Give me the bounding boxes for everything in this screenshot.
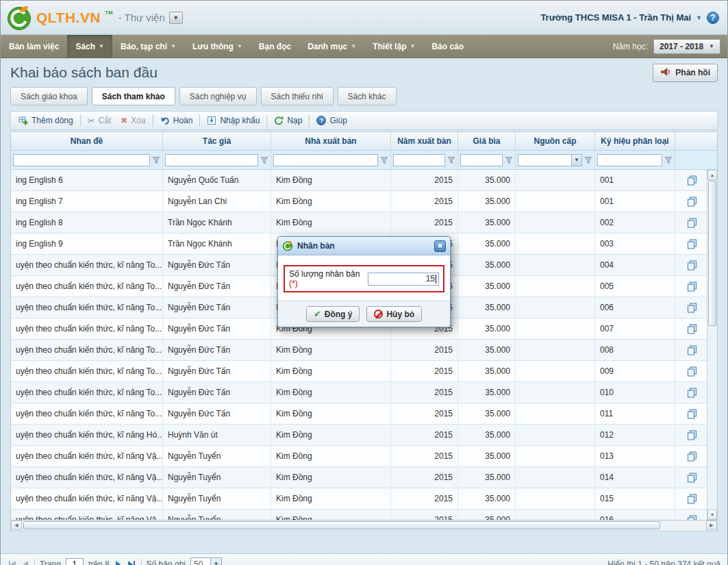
chevron-down-icon[interactable]: ▼ — [696, 14, 702, 21]
filter-input[interactable] — [597, 154, 662, 166]
tab-sach-nghiep-vu[interactable]: Sách nghiệp vụ — [179, 87, 257, 105]
filter-input[interactable] — [165, 154, 258, 166]
duplicate-icon[interactable] — [687, 366, 697, 377]
duplicate-icon[interactable] — [687, 430, 697, 440]
tab-sach-thieu-nhi[interactable]: Sách thiếu nhi — [261, 87, 334, 105]
menu-item-ban-oc[interactable]: Bạn đọc — [251, 35, 299, 58]
menu-item-bao-cao[interactable]: Báo cáo — [423, 35, 472, 58]
menu-item-luu-thong[interactable]: Lưu thông▼ — [184, 35, 251, 58]
page-input[interactable] — [66, 558, 84, 565]
last-page-button[interactable] — [127, 560, 136, 565]
duplicate-icon[interactable] — [687, 473, 697, 483]
duplicate-icon[interactable] — [687, 515, 697, 520]
toolbar-button-cat[interactable]: ✂Cắt — [83, 113, 116, 128]
duplicate-icon[interactable] — [687, 239, 697, 249]
duplicate-icon[interactable] — [687, 451, 697, 462]
duplicate-icon[interactable] — [687, 409, 697, 419]
table-row[interactable]: uyện theo chuẩn kiến thức, kĩ năng Vậ...… — [11, 467, 708, 488]
module-switcher-dropdown[interactable]: ▼ — [169, 12, 183, 24]
column-header-gia-bia[interactable]: Giá bìa — [458, 132, 516, 150]
scroll-left-icon[interactable]: ◀ — [11, 520, 22, 530]
records-per-page-select[interactable]: 50 ▼ — [190, 557, 222, 565]
chevron-down-icon: ▼ — [709, 43, 714, 49]
menu-item-sach[interactable]: Sách▼ — [67, 35, 112, 58]
tab-sach-giao-khoa[interactable]: Sách giáo khoa — [10, 87, 88, 105]
toolbar-button-xoa[interactable]: ✖Xóa — [116, 113, 150, 128]
tab-sach-khac[interactable]: Sách khác — [338, 87, 397, 105]
cancel-button[interactable]: Hủy bỏ — [366, 306, 422, 322]
toolbar-button-them-dong[interactable]: Thêm dòng — [14, 113, 78, 128]
table-row[interactable]: ing English 6Nguyễn Quốc TuấnKim Đồng201… — [11, 170, 708, 191]
column-header-nhan-e[interactable]: Nhan đề — [11, 132, 163, 150]
table-row[interactable]: uyện theo chuẩn kiến thức, kĩ năng To...… — [11, 361, 708, 382]
scroll-right-icon[interactable]: ▶ — [706, 520, 717, 530]
confirm-button[interactable]: ✔Đồng ý — [306, 306, 360, 322]
table-row[interactable]: uyện theo chuẩn kiến thức, kĩ năng To...… — [11, 340, 708, 361]
close-icon[interactable]: ✖ — [434, 240, 446, 252]
duplicate-icon[interactable] — [687, 388, 697, 398]
duplicate-icon[interactable] — [687, 324, 697, 334]
filter-select[interactable]: ▼ — [518, 154, 582, 166]
menu-item-danh-muc[interactable]: Danh mục▼ — [299, 35, 364, 58]
table-row[interactable]: ing English 7Nguyễn Lan ChiKim Đồng20153… — [11, 191, 708, 212]
table-row[interactable]: ing English 8Trần Ngọc KhánhKim Đồng2015… — [11, 212, 708, 234]
next-page-button[interactable] — [114, 560, 122, 565]
filter-icon[interactable] — [260, 156, 268, 164]
column-header-nam-xuat-ban[interactable]: Năm xuất bản — [391, 132, 458, 150]
duplicate-icon[interactable] — [687, 345, 697, 355]
table-row[interactable]: uyện theo chuẩn kiến thức, kĩ năng Hó...… — [11, 425, 708, 446]
scroll-down-icon[interactable]: ▼ — [707, 510, 717, 520]
filter-input[interactable] — [460, 154, 503, 166]
cell-title: uyện theo chuẩn kiến thức, kĩ năng To... — [11, 255, 163, 275]
table-row[interactable]: uyện theo chuẩn kiến thức, kĩ năng To...… — [11, 382, 708, 403]
page-title: Khai báo sách ban đầu — [10, 64, 158, 81]
user-area: Trường THCS MISA 1 - Trần Thị Mai ▼ ? — [540, 12, 719, 24]
duplicate-icon[interactable] — [687, 218, 697, 228]
filter-icon[interactable] — [664, 156, 673, 164]
toolbar-button-giup[interactable]: ?Giúp — [312, 113, 351, 128]
quantity-input[interactable]: 15 — [368, 273, 439, 286]
filter-input[interactable] — [13, 154, 150, 166]
filter-input[interactable] — [393, 154, 445, 166]
menu-item-thiet-lap[interactable]: Thiết lập▼ — [364, 35, 423, 58]
filter-icon[interactable] — [152, 156, 160, 164]
table-row[interactable]: uyện theo chuẩn kiến thức, kĩ năng To...… — [11, 403, 708, 425]
toolbar-button-nhap-khau[interactable]: Nhập khẩu — [202, 113, 264, 128]
duplicate-icon[interactable] — [687, 197, 697, 207]
column-header-ky-hieu-phan-loai[interactable]: Ký hiệu phân loại — [595, 132, 675, 150]
table-row[interactable]: uyện theo chuẩn kiến thức, kĩ năng Vậ...… — [11, 488, 708, 510]
column-header-tac-gia[interactable]: Tác giả — [163, 132, 271, 150]
duplicate-icon[interactable] — [687, 494, 697, 504]
filter-input[interactable] — [273, 154, 378, 166]
duplicate-icon[interactable] — [687, 260, 697, 271]
duplicate-icon[interactable] — [687, 303, 697, 313]
table-row[interactable]: uyện theo chuẩn kiến thức, kĩ năng Vậ...… — [11, 510, 708, 520]
filter-icon[interactable] — [447, 156, 455, 164]
column-header-nguon-cap[interactable]: Nguồn cấp — [516, 132, 595, 150]
feedback-button[interactable]: Phản hồi — [653, 64, 718, 82]
prev-page-button[interactable] — [22, 560, 29, 565]
menu-item-bao-tap-chi[interactable]: Báo, tạp chí▼ — [112, 35, 184, 58]
school-year-select[interactable]: 2017 - 2018 ▼ — [653, 39, 720, 54]
menu-item-ban-lam-viec[interactable]: Bàn làm việc — [1, 35, 67, 58]
table-row[interactable]: uyện theo chuẩn kiến thức, kĩ năng Vậ...… — [11, 446, 708, 467]
column-header-nha-xuat-ban[interactable]: Nhà xuất bản — [271, 132, 391, 150]
dialog-header[interactable]: Nhân bản ✖ — [278, 237, 450, 255]
filter-icon[interactable] — [505, 156, 513, 164]
scroll-up-icon[interactable]: ▲ — [707, 170, 717, 180]
vertical-scroll-thumb[interactable] — [708, 181, 716, 326]
help-icon[interactable]: ? — [707, 12, 719, 24]
cut-icon: ✂ — [88, 116, 95, 126]
first-page-button[interactable] — [8, 560, 17, 565]
duplicate-icon[interactable] — [687, 281, 697, 292]
horizontal-scroll-thumb[interactable] — [23, 521, 660, 529]
tab-sach-tham-khao[interactable]: Sách tham khảo — [92, 87, 175, 105]
qlth-logo-icon — [6, 5, 32, 31]
toolbar-button-nap[interactable]: Nạp — [269, 113, 307, 128]
toolbar-button-hoan[interactable]: Hoàn — [155, 113, 198, 128]
filter-icon[interactable] — [584, 156, 592, 164]
filter-icon[interactable] — [380, 156, 388, 164]
duplicate-icon[interactable] — [687, 175, 697, 186]
vertical-scrollbar[interactable]: ▲ ▼ — [707, 170, 717, 520]
horizontal-scrollbar[interactable]: ◀ ▶ — [10, 520, 718, 531]
